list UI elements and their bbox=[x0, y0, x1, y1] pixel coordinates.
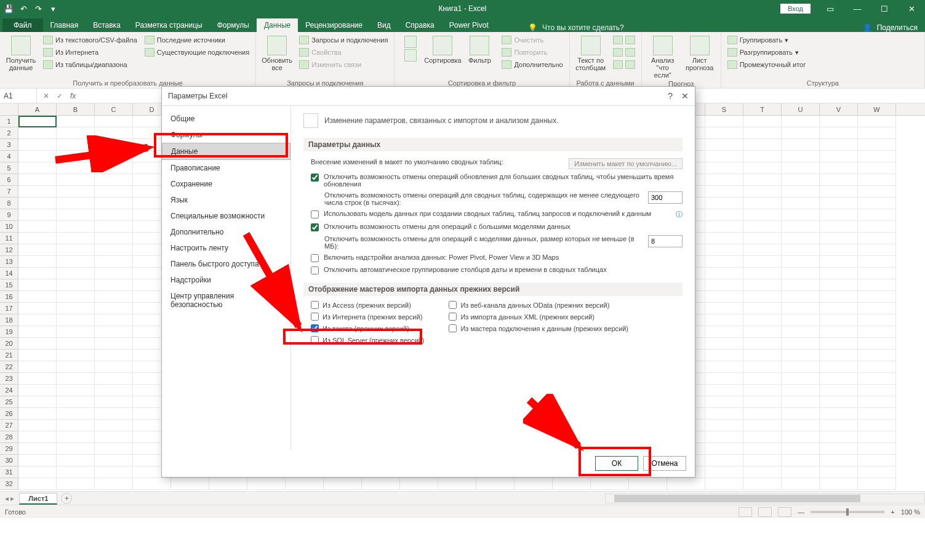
cell[interactable] bbox=[820, 466, 858, 478]
cell[interactable] bbox=[858, 338, 896, 350]
cell[interactable] bbox=[705, 244, 743, 256]
cell[interactable] bbox=[18, 291, 57, 303]
row-header[interactable]: 17 bbox=[0, 303, 18, 314]
cell[interactable] bbox=[820, 139, 858, 151]
cell[interactable] bbox=[858, 186, 896, 198]
cell[interactable] bbox=[95, 478, 133, 490]
cell[interactable] bbox=[95, 291, 133, 303]
datamodel-icon[interactable] bbox=[625, 60, 635, 69]
cell[interactable] bbox=[57, 385, 95, 396]
cell[interactable] bbox=[782, 233, 820, 244]
save-icon[interactable]: 💾 bbox=[4, 4, 14, 14]
cell[interactable] bbox=[743, 361, 782, 373]
cell[interactable] bbox=[95, 466, 133, 478]
cell[interactable] bbox=[743, 350, 782, 361]
tab-formulas[interactable]: Формулы bbox=[210, 18, 257, 32]
cell[interactable] bbox=[57, 151, 95, 162]
cell[interactable] bbox=[820, 431, 858, 443]
cell[interactable] bbox=[57, 209, 95, 221]
cell[interactable] bbox=[782, 198, 820, 209]
cell[interactable] bbox=[705, 466, 743, 478]
cell[interactable] bbox=[820, 127, 858, 139]
dialog-nav-item[interactable]: Формулы bbox=[162, 127, 290, 143]
cell[interactable] bbox=[743, 162, 782, 174]
cell[interactable] bbox=[18, 198, 57, 209]
dialog-nav-item[interactable]: Язык bbox=[162, 192, 290, 208]
cell[interactable] bbox=[95, 373, 133, 385]
cell[interactable] bbox=[820, 455, 858, 466]
minimize-icon[interactable]: — bbox=[844, 0, 871, 17]
cell[interactable] bbox=[858, 350, 896, 361]
cell[interactable] bbox=[743, 279, 782, 291]
dialog-nav-item[interactable]: Специальные возможности bbox=[162, 208, 290, 224]
cell[interactable] bbox=[858, 443, 896, 455]
group-button[interactable]: Группировать ▾ bbox=[725, 34, 809, 46]
row-header[interactable]: 3 bbox=[0, 139, 18, 151]
cell[interactable] bbox=[858, 221, 896, 233]
advanced-button[interactable]: Дополнительно bbox=[499, 59, 565, 70]
dialog-nav-item[interactable]: Панель быстрого доступа bbox=[162, 256, 290, 272]
cell[interactable] bbox=[57, 314, 95, 326]
cell[interactable] bbox=[743, 396, 782, 408]
cell[interactable] bbox=[743, 326, 782, 338]
cell[interactable] bbox=[820, 116, 858, 127]
cell[interactable] bbox=[362, 478, 400, 490]
edit-layout-button[interactable]: Изменить макет по умолчанию... bbox=[569, 158, 683, 169]
cell[interactable] bbox=[57, 408, 95, 420]
row-header[interactable]: 13 bbox=[0, 256, 18, 268]
cell[interactable] bbox=[858, 174, 896, 186]
cell[interactable] bbox=[705, 326, 743, 338]
cell[interactable] bbox=[820, 443, 858, 455]
cell[interactable] bbox=[95, 408, 133, 420]
cell[interactable] bbox=[743, 373, 782, 385]
tab-help[interactable]: Справка bbox=[398, 18, 442, 32]
undo-rows-input[interactable] bbox=[648, 191, 683, 204]
cell[interactable] bbox=[820, 314, 858, 326]
cell[interactable] bbox=[18, 268, 57, 279]
cell[interactable] bbox=[18, 350, 57, 361]
row-header[interactable]: 6 bbox=[0, 174, 18, 186]
cell[interactable] bbox=[858, 198, 896, 209]
cell[interactable] bbox=[820, 174, 858, 186]
cell[interactable] bbox=[95, 455, 133, 466]
undo-icon[interactable]: ↶ bbox=[18, 4, 28, 14]
cell[interactable] bbox=[57, 350, 95, 361]
opt-enable-addins[interactable]: Включить надстройки анализа данных: Powe… bbox=[303, 252, 683, 264]
cell[interactable] bbox=[705, 116, 743, 127]
row-header[interactable]: 32 bbox=[0, 478, 18, 490]
cell[interactable] bbox=[858, 361, 896, 373]
col-header[interactable]: W bbox=[858, 103, 896, 115]
cell[interactable] bbox=[57, 233, 95, 244]
tab-page-layout[interactable]: Разметка страницы bbox=[128, 18, 210, 32]
cell[interactable] bbox=[95, 303, 133, 314]
cell[interactable] bbox=[705, 139, 743, 151]
col-header[interactable]: B bbox=[57, 103, 95, 115]
cell[interactable] bbox=[18, 385, 57, 396]
row-header[interactable]: 9 bbox=[0, 209, 18, 221]
tab-view[interactable]: Вид bbox=[370, 18, 398, 32]
cell[interactable] bbox=[209, 478, 247, 490]
cell[interactable] bbox=[782, 127, 820, 139]
cell[interactable] bbox=[743, 221, 782, 233]
cell[interactable] bbox=[18, 256, 57, 268]
cell[interactable] bbox=[743, 408, 782, 420]
cell[interactable] bbox=[743, 443, 782, 455]
row-header[interactable]: 2 bbox=[0, 127, 18, 139]
cell[interactable] bbox=[705, 373, 743, 385]
cell[interactable] bbox=[18, 244, 57, 256]
cell[interactable] bbox=[705, 221, 743, 233]
cell[interactable] bbox=[57, 431, 95, 443]
cell[interactable] bbox=[858, 162, 896, 174]
cell[interactable] bbox=[57, 139, 95, 151]
h-scrollbar[interactable] bbox=[605, 494, 925, 503]
cell[interactable] bbox=[95, 314, 133, 326]
cell[interactable] bbox=[18, 186, 57, 198]
cell[interactable] bbox=[18, 408, 57, 420]
edit-links-button[interactable]: Изменить связи bbox=[297, 59, 390, 70]
cell[interactable] bbox=[57, 221, 95, 233]
cell[interactable] bbox=[705, 478, 743, 490]
cell[interactable] bbox=[858, 408, 896, 420]
cell[interactable] bbox=[820, 291, 858, 303]
row-header[interactable]: 1 bbox=[0, 116, 18, 127]
reapply-button[interactable]: Повторить bbox=[499, 47, 565, 58]
